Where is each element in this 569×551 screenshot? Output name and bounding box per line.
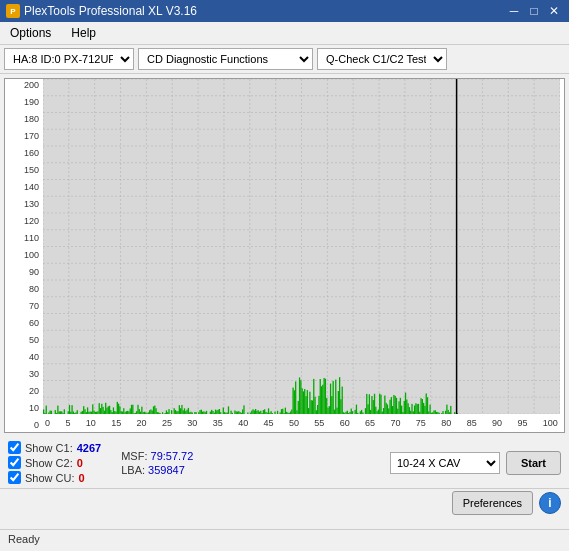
msf-label: MSF:	[121, 450, 147, 462]
checkbox-group: Show C1: 4267 Show C2: 0 Show CU: 0	[8, 441, 101, 484]
svg-rect-213	[294, 390, 295, 414]
svg-rect-112	[141, 407, 142, 414]
chart-container: 200 190 180 170 160 150 140 130 120 110 …	[4, 78, 565, 433]
maximize-button[interactable]: □	[525, 3, 543, 19]
svg-rect-220	[303, 391, 304, 414]
msf-row: MSF: 79:57.72	[121, 450, 193, 462]
svg-rect-87	[109, 406, 110, 414]
svg-rect-122	[154, 406, 155, 414]
svg-rect-67	[83, 406, 84, 414]
menu-options[interactable]: Options	[4, 24, 57, 42]
svg-rect-242	[331, 396, 332, 414]
y-label-90: 90	[7, 268, 39, 277]
svg-rect-270	[371, 396, 372, 414]
y-label-150: 150	[7, 166, 39, 175]
y-label-170: 170	[7, 132, 39, 141]
svg-rect-70	[87, 407, 88, 414]
svg-rect-232	[318, 396, 319, 414]
y-label-130: 130	[7, 200, 39, 209]
svg-rect-241	[330, 384, 331, 414]
svg-rect-217	[299, 377, 300, 414]
svg-rect-234	[321, 386, 322, 414]
lba-value: 359847	[148, 464, 185, 476]
svg-rect-222	[305, 396, 306, 414]
lba-row: LBA: 359847	[121, 464, 193, 476]
svg-rect-79	[99, 403, 100, 414]
show-cu-checkbox[interactable]	[8, 471, 21, 484]
svg-rect-291	[398, 401, 399, 414]
svg-rect-296	[405, 393, 406, 414]
svg-rect-284	[389, 400, 390, 414]
svg-rect-248	[339, 377, 340, 414]
preferences-button[interactable]: Preferences	[452, 491, 533, 515]
menu-help[interactable]: Help	[65, 24, 102, 42]
y-label-0: 0	[7, 421, 39, 430]
svg-rect-231	[317, 405, 318, 414]
svg-rect-229	[314, 397, 315, 414]
svg-rect-295	[404, 401, 405, 414]
svg-rect-305	[417, 404, 418, 414]
svg-rect-45	[46, 406, 47, 414]
svg-rect-58	[69, 405, 70, 414]
speed-select[interactable]: 10-24 X CAV	[390, 452, 500, 474]
show-c1-checkbox[interactable]	[8, 441, 21, 454]
svg-rect-292	[400, 398, 401, 414]
drive-select[interactable]: HA:8 ID:0 PX-712UF	[4, 48, 134, 70]
c1-value: 4267	[77, 442, 101, 454]
svg-rect-293	[401, 406, 402, 414]
svg-rect-282	[387, 404, 388, 414]
c2-value: 0	[77, 457, 83, 469]
svg-rect-260	[356, 405, 357, 414]
svg-rect-276	[379, 394, 380, 414]
svg-rect-105	[132, 405, 133, 414]
y-label-80: 80	[7, 285, 39, 294]
svg-rect-243	[333, 381, 334, 414]
toolbar: HA:8 ID:0 PX-712UF CD Diagnostic Functio…	[0, 45, 569, 74]
y-label-160: 160	[7, 149, 39, 158]
svg-rect-94	[118, 404, 119, 414]
y-label-50: 50	[7, 336, 39, 345]
test-select[interactable]: Q-Check C1/C2 Test	[317, 48, 447, 70]
function-select[interactable]: CD Diagnostic Functions	[138, 48, 313, 70]
svg-rect-299	[409, 407, 410, 414]
svg-rect-311	[424, 406, 425, 414]
svg-rect-240	[329, 406, 330, 414]
svg-rect-277	[380, 395, 381, 414]
show-c1-label: Show C1:	[25, 442, 73, 454]
svg-rect-214	[295, 381, 296, 414]
svg-rect-235	[322, 385, 323, 414]
svg-rect-137	[179, 405, 180, 414]
svg-rect-180	[243, 405, 244, 414]
svg-rect-286	[392, 406, 393, 414]
svg-rect-226	[311, 400, 312, 414]
window-controls: ─ □ ✕	[505, 3, 563, 19]
svg-rect-313	[427, 397, 428, 414]
svg-rect-310	[423, 403, 424, 414]
svg-rect-285	[391, 397, 392, 414]
svg-rect-139	[181, 405, 182, 414]
start-button[interactable]: Start	[506, 451, 561, 475]
show-c2-checkbox[interactable]	[8, 456, 21, 469]
stats-area: Show C1: 4267 Show C2: 0 Show CU: 0 MSF:…	[0, 437, 569, 489]
svg-rect-221	[304, 389, 305, 414]
title-bar: P PlexTools Professional XL V3.16 ─ □ ✕	[0, 0, 569, 22]
svg-rect-227	[312, 400, 313, 414]
minimize-button[interactable]: ─	[505, 3, 523, 19]
svg-rect-326	[446, 405, 447, 414]
svg-rect-297	[406, 400, 407, 414]
y-label-40: 40	[7, 353, 39, 362]
svg-rect-93	[117, 402, 118, 414]
show-cu-label: Show CU:	[25, 472, 75, 484]
cu-value: 0	[79, 472, 85, 484]
svg-rect-225	[309, 392, 310, 414]
svg-rect-268	[369, 394, 370, 414]
info-button[interactable]: i	[539, 492, 561, 514]
svg-rect-233	[320, 379, 321, 414]
close-button[interactable]: ✕	[545, 3, 563, 19]
status-bar: Ready	[0, 529, 569, 551]
second-row: Preferences i	[0, 489, 569, 519]
y-label-110: 110	[7, 234, 39, 243]
right-controls: 10-24 X CAV Start	[390, 451, 561, 475]
x-axis: 0 5 10 15 20 25 30 35 40 45 50 55 60 65 …	[43, 414, 560, 432]
msf-value: 79:57.72	[151, 450, 194, 462]
